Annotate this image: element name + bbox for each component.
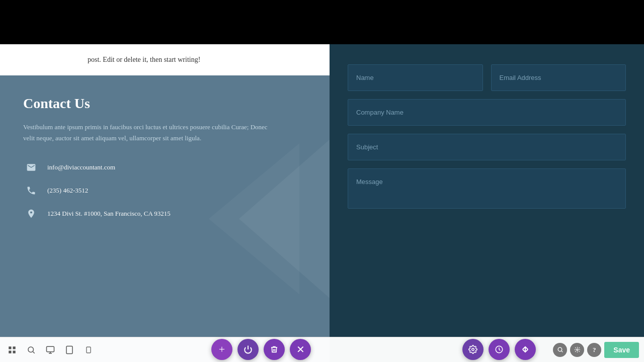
contact-address-text: 1234 Divi St. #1000, San Francisco, CA 9…: [47, 210, 171, 218]
svg-point-19: [577, 349, 578, 350]
delete-button[interactable]: [264, 339, 285, 360]
power-button[interactable]: [237, 339, 259, 360]
toolbar-left-icons: [0, 341, 101, 359]
grid-icon-btn[interactable]: [3, 341, 21, 359]
search-icon-btn[interactable]: [22, 341, 40, 359]
svg-line-5: [33, 351, 34, 353]
svg-rect-1: [13, 346, 16, 349]
help-small-button[interactable]: ?: [587, 343, 601, 357]
blog-snippet-text: post. Edit or delete it, then start writ…: [88, 56, 200, 63]
toolbar-right-actions: [462, 339, 536, 360]
settings-small-button[interactable]: [570, 343, 584, 357]
blog-text-area: post. Edit or delete it, then start writ…: [0, 44, 330, 75]
mobile-icon-btn[interactable]: [79, 341, 98, 359]
desktop-icon-btn[interactable]: [41, 341, 59, 359]
close-button[interactable]: ✕: [290, 339, 311, 360]
contact-description: Vestibulum ante ipsum primis in faucibus…: [23, 122, 275, 144]
bottom-toolbar: + ✕ ? Save: [0, 337, 644, 362]
left-section: post. Edit or delete it, then start writ…: [0, 44, 330, 362]
name-input[interactable]: [348, 64, 483, 91]
save-button[interactable]: Save: [604, 342, 639, 358]
svg-point-14: [472, 348, 474, 351]
subject-input[interactable]: [348, 134, 626, 160]
add-section-button[interactable]: +: [211, 339, 232, 360]
tablet-icon-btn[interactable]: [60, 341, 78, 359]
main-area: post. Edit or delete it, then start writ…: [0, 44, 644, 362]
location-icon: [23, 206, 39, 222]
contact-phone-row: (235) 462-3512: [23, 183, 309, 199]
contact-phone-text: (235) 462-3512: [47, 187, 88, 195]
top-bar: [0, 0, 644, 44]
contact-address-row: 1234 Divi St. #1000, San Francisco, CA 9…: [23, 206, 309, 222]
svg-rect-2: [9, 350, 11, 353]
contact-email-text: info@diviaccountant.com: [47, 163, 115, 171]
toolbar-far-right: ? Save: [548, 337, 644, 362]
email-icon: [23, 159, 39, 175]
message-textarea[interactable]: [348, 168, 626, 209]
svg-line-18: [561, 351, 562, 352]
svg-point-17: [558, 347, 562, 351]
name-email-row: [348, 64, 626, 91]
company-input[interactable]: [348, 99, 626, 126]
svg-rect-0: [9, 346, 11, 349]
svg-rect-6: [47, 346, 54, 352]
contact-email-row: info@diviaccountant.com: [23, 159, 309, 175]
contact-section: Contact Us Vestibulum ante ipsum primis …: [0, 75, 330, 362]
phone-icon: [23, 183, 39, 199]
search-small-button[interactable]: [553, 343, 567, 357]
svg-point-4: [28, 347, 34, 352]
contact-form-section: [330, 44, 644, 362]
add-icon: +: [219, 343, 225, 356]
close-icon: ✕: [296, 343, 305, 355]
floating-actions: + ✕: [211, 339, 311, 360]
sort-button[interactable]: [515, 339, 536, 360]
settings-button[interactable]: [462, 339, 484, 360]
email-input[interactable]: [491, 64, 626, 91]
history-button[interactable]: [489, 339, 510, 360]
svg-rect-3: [13, 350, 16, 353]
contact-title: Contact Us: [23, 96, 309, 112]
